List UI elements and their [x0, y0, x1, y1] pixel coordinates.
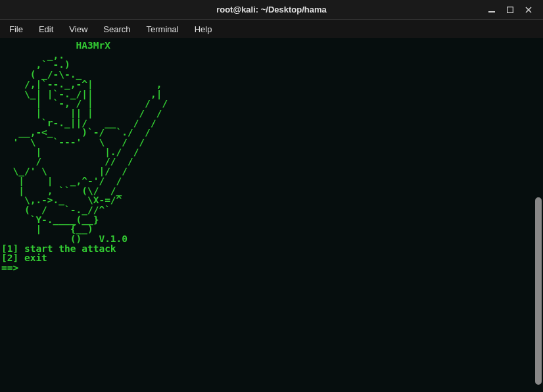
terminal-output: HA3MrX _,. ,` -.) ( _/-\-._ /,|`--._,-^|…: [0, 38, 543, 276]
scrollbar[interactable]: [535, 197, 542, 385]
window-controls: [483, 2, 538, 18]
maximize-icon: [507, 7, 513, 13]
prompt: ==>: [1, 262, 18, 273]
svg-rect-1: [508, 7, 513, 12]
maximize-button[interactable]: [501, 2, 519, 18]
banner-name: HA3MrX: [1, 40, 110, 51]
terminal-area[interactable]: HA3MrX _,. ,` -.) ( _/-\-._ /,|`--._,-^|…: [0, 38, 543, 392]
titlebar: root@kali: ~/Desktop/hama: [0, 0, 543, 20]
menu-help[interactable]: Help: [188, 22, 219, 36]
menu-edit[interactable]: Edit: [32, 22, 60, 36]
window-title: root@kali: ~/Desktop/hama: [216, 5, 327, 14]
menubar: File Edit View Search Terminal Help: [0, 20, 543, 38]
option-start-attack: [1] start the attack: [1, 243, 116, 254]
svg-rect-0: [488, 11, 495, 12]
option-exit: [2] exit: [1, 253, 47, 263]
close-icon: [525, 7, 532, 13]
menu-view[interactable]: View: [62, 22, 94, 36]
menu-file[interactable]: File: [3, 22, 30, 36]
ascii-art: _,. ,` -.) ( _/-\-._ /,|`--._,-^| , \_| …: [1, 50, 168, 244]
menu-terminal[interactable]: Terminal: [140, 22, 185, 36]
minimize-button[interactable]: [483, 2, 501, 18]
close-button[interactable]: [519, 2, 538, 18]
terminal-window: root@kali: ~/Desktop/hama File Edit View…: [0, 0, 543, 392]
menu-search[interactable]: Search: [97, 22, 137, 36]
minimize-icon: [488, 7, 495, 13]
